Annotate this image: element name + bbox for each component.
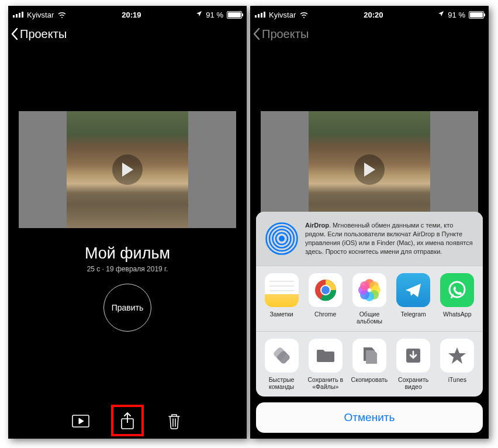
share-actions-row: Быстрые команды Сохранить в «Файлы» Скоп… <box>256 332 483 397</box>
carrier-label: Kyivstar <box>269 11 296 19</box>
back-button[interactable]: Проекты <box>8 21 247 47</box>
svg-marker-2 <box>79 418 84 424</box>
share-sheet: AirDrop. Мгновенный обмен данными с теми… <box>250 123 489 439</box>
battery-icon <box>469 11 484 19</box>
clock: 20:19 <box>67 11 196 19</box>
copy-icon <box>352 339 386 373</box>
action-itunes[interactable]: iTunes <box>437 339 478 391</box>
airdrop-text: AirDrop. Мгновенный обмен данными с теми… <box>305 221 473 256</box>
share-app-chrome[interactable]: Chrome <box>305 273 346 325</box>
action-shortcuts[interactable]: Быстрые команды <box>261 339 302 391</box>
svg-marker-29 <box>448 347 466 364</box>
share-apps-row: Заметки Chrome <box>256 266 483 332</box>
location-icon <box>438 11 444 19</box>
chevron-left-icon <box>11 27 19 41</box>
action-save-to-files[interactable]: Сохранить в «Файлы» <box>305 339 346 391</box>
star-icon <box>440 339 474 373</box>
airdrop-icon <box>265 222 298 255</box>
location-icon <box>196 11 202 19</box>
cancel-button[interactable]: Отменить <box>256 402 483 433</box>
project-title: Мой фильм <box>8 244 247 263</box>
status-bar: Kyivstar 20:20 91 % <box>250 6 489 21</box>
whatsapp-icon <box>440 273 474 307</box>
wifi-icon <box>57 11 67 18</box>
clock: 20:20 <box>309 11 438 19</box>
wifi-icon <box>299 11 309 18</box>
project-meta: 25 с · 19 февраля 2019 г. <box>8 265 247 273</box>
battery-percent: 91 % <box>206 11 223 19</box>
action-copy[interactable]: Скопировать <box>349 339 390 391</box>
screenshot-right: Kyivstar 20:20 91 % Проекты <box>250 6 489 439</box>
play-button[interactable] <box>69 409 92 433</box>
video-preview[interactable] <box>19 111 236 228</box>
svg-point-16 <box>321 286 330 294</box>
svg-marker-0 <box>122 163 133 177</box>
svg-point-6 <box>279 236 285 242</box>
shortcuts-icon <box>265 339 299 373</box>
carrier-label: Kyivstar <box>27 11 54 19</box>
airdrop-section[interactable]: AirDrop. Мгновенный обмен данными с теми… <box>256 212 483 266</box>
share-app-notes[interactable]: Заметки <box>261 273 302 325</box>
battery-icon <box>227 11 242 19</box>
signal-icon <box>13 12 23 18</box>
share-app-telegram[interactable]: Telegram <box>393 273 434 325</box>
svg-point-24 <box>360 281 369 291</box>
battery-percent: 91 % <box>448 11 465 19</box>
chrome-icon <box>309 273 343 307</box>
action-save-video[interactable]: Сохранить видео <box>393 339 434 391</box>
signal-icon <box>255 12 265 18</box>
highlight-annotation <box>111 405 144 436</box>
play-icon <box>112 154 143 185</box>
delete-button[interactable] <box>162 409 186 433</box>
screenshot-left: Kyivstar 20:19 91 % Проекты <box>8 6 247 439</box>
notes-icon <box>265 273 299 307</box>
folder-icon <box>309 339 343 373</box>
status-bar: Kyivstar 20:19 91 % <box>8 6 247 21</box>
toolbar <box>8 409 247 433</box>
share-app-whatsapp[interactable]: WhatsApp <box>437 273 478 325</box>
photos-icon <box>352 273 386 307</box>
telegram-icon <box>396 273 430 307</box>
share-app-shared-albums[interactable]: Общие альбомы <box>349 273 390 325</box>
back-button: Проекты <box>250 21 489 47</box>
chevron-left-icon <box>253 27 261 41</box>
back-label: Проекты <box>20 27 67 41</box>
edit-button[interactable]: Править <box>103 284 151 332</box>
back-label: Проекты <box>262 27 309 41</box>
download-icon <box>396 339 430 373</box>
